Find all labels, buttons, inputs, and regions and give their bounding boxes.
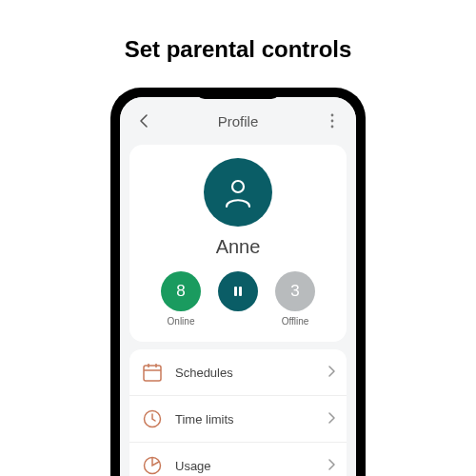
schedules-label: Schedules xyxy=(175,366,328,380)
svg-point-2 xyxy=(331,126,334,129)
svg-rect-5 xyxy=(239,287,242,296)
chevron-left-icon xyxy=(139,113,149,129)
svg-point-0 xyxy=(331,114,334,117)
menu-item-time-limits[interactable]: Time limits xyxy=(129,396,347,443)
page-heading: Set parental controls xyxy=(125,36,352,63)
more-vertical-icon xyxy=(330,113,334,129)
menu-list: Schedules Time limits Usage xyxy=(129,349,347,476)
offline-label: Offline xyxy=(282,316,309,327)
pause-button[interactable] xyxy=(218,271,258,311)
chevron-right-icon xyxy=(328,365,335,380)
profile-card: Anne 8 Online 3 Offline xyxy=(129,145,347,342)
more-button[interactable] xyxy=(322,110,343,131)
status-online[interactable]: 8 Online xyxy=(161,271,201,327)
status-pause[interactable] xyxy=(218,271,258,327)
avatar[interactable] xyxy=(204,158,272,227)
status-offline[interactable]: 3 Offline xyxy=(275,271,315,327)
clock-icon xyxy=(141,407,164,430)
pause-label xyxy=(237,316,240,327)
online-label: Online xyxy=(168,316,195,327)
phone-screen: Profile Anne 8 Online xyxy=(120,97,356,476)
status-row: 8 Online 3 Offline xyxy=(141,271,335,327)
time-limits-label: Time limits xyxy=(175,412,328,426)
svg-rect-6 xyxy=(144,366,161,381)
person-icon xyxy=(222,176,254,208)
chevron-right-icon xyxy=(328,411,335,426)
svg-point-3 xyxy=(232,181,244,192)
online-count-badge: 8 xyxy=(161,271,201,311)
phone-notch xyxy=(195,89,281,99)
chevron-right-icon xyxy=(328,458,335,473)
usage-label: Usage xyxy=(175,459,328,473)
offline-count-badge: 3 xyxy=(275,271,315,311)
svg-rect-4 xyxy=(234,287,237,296)
back-button[interactable] xyxy=(133,110,154,131)
app-header: Profile xyxy=(120,97,356,139)
menu-item-schedules[interactable]: Schedules xyxy=(129,349,347,396)
header-title: Profile xyxy=(218,113,259,129)
menu-item-usage[interactable]: Usage xyxy=(129,443,347,476)
svg-point-1 xyxy=(331,120,334,123)
pie-chart-icon xyxy=(141,454,164,476)
profile-name: Anne xyxy=(216,236,261,258)
pause-icon xyxy=(231,285,245,298)
calendar-icon xyxy=(141,361,164,384)
phone-frame: Profile Anne 8 Online xyxy=(110,88,366,476)
